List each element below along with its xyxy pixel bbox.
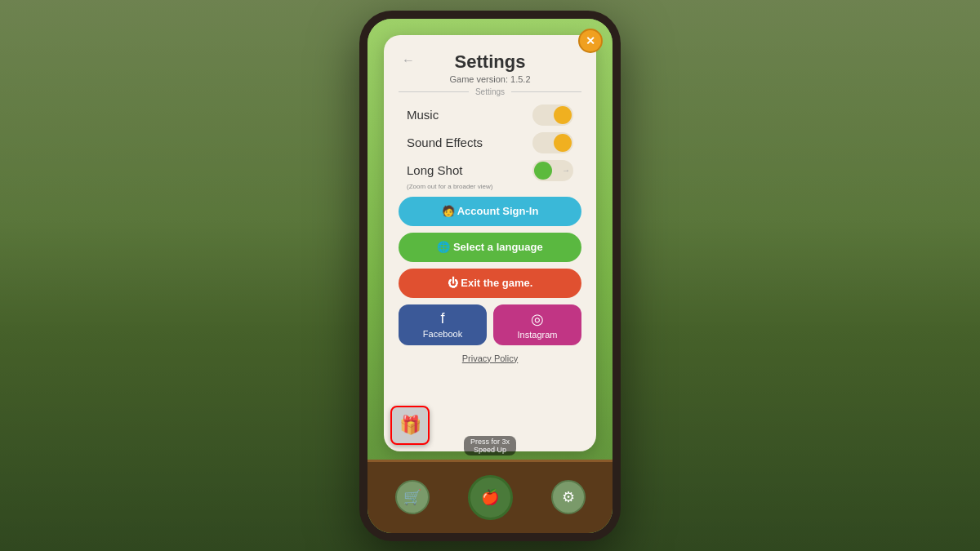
music-toggle[interactable]: ← [532, 104, 573, 126]
speed-up-label: Press for 3x Speed Up [464, 436, 516, 455]
phone-frame: ← ✕ Settings Game version: 1.5.2 Setting… [359, 11, 621, 541]
facebook-icon: f [440, 310, 444, 327]
bottom-btn-center[interactable]: 🍎 [468, 475, 513, 520]
exit-game-button[interactable]: ⏻ Exit the game. [399, 269, 581, 298]
sound-effects-toggle-row: Sound Effects ← [399, 132, 581, 153]
facebook-label: Facebook [423, 329, 462, 339]
instagram-button[interactable]: ◎ Instagram [493, 304, 581, 345]
facebook-button[interactable]: f Facebook [399, 304, 487, 345]
sound-effects-toggle-knob [554, 134, 572, 152]
back-icon[interactable]: ← [402, 53, 418, 69]
long-shot-toggle[interactable]: → [532, 160, 573, 181]
select-language-button[interactable]: 🌐 Select a language [399, 233, 581, 262]
privacy-policy-link[interactable]: Privacy Policy [462, 353, 518, 363]
game-bottom-bar: 🛒 🍎 ⚙ [368, 460, 612, 533]
music-label: Music [407, 108, 439, 122]
account-signin-button[interactable]: 🧑 Account Sign-In [399, 197, 581, 226]
social-buttons-row: f Facebook ◎ Instagram [399, 304, 581, 345]
phone-screen: ← ✕ Settings Game version: 1.5.2 Setting… [368, 19, 612, 533]
divider-section: Settings [399, 87, 581, 96]
instagram-icon: ◎ [531, 310, 544, 328]
gift-button[interactable]: 🎁 [390, 406, 430, 445]
instagram-label: Instagram [518, 330, 558, 340]
bottom-btn-2[interactable]: ⚙ [551, 480, 586, 514]
long-shot-note: (Zoom out for a broader view) [399, 183, 492, 190]
gift-icon: 🎁 [399, 415, 421, 436]
long-shot-label: Long Shot [407, 163, 462, 177]
modal-title: Settings [455, 51, 526, 73]
sound-effects-label: Sound Effects [407, 136, 483, 149]
long-shot-toggle-row: Long Shot → [399, 160, 581, 181]
close-button[interactable]: ✕ [578, 29, 603, 53]
settings-modal: ← ✕ Settings Game version: 1.5.2 Setting… [384, 35, 596, 451]
music-toggle-knob [554, 106, 572, 124]
bottom-btn-1[interactable]: 🛒 [395, 480, 430, 514]
long-shot-toggle-knob [534, 162, 552, 180]
sound-effects-toggle[interactable]: ← [532, 132, 573, 153]
game-version: Game version: 1.5.2 [449, 74, 530, 84]
divider-label: Settings [469, 87, 511, 96]
music-toggle-row: Music ← [399, 104, 581, 126]
